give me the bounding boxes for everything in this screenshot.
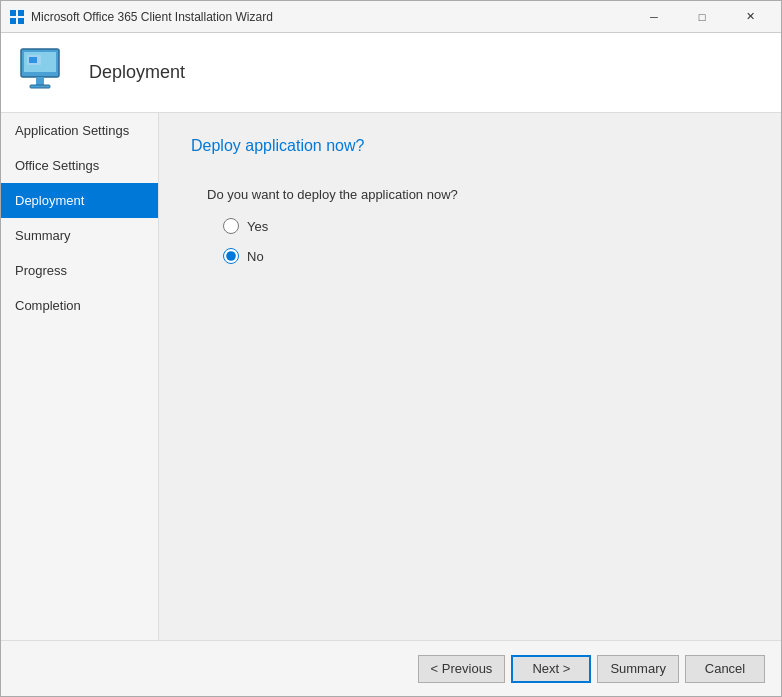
- radio-option-no[interactable]: No: [223, 248, 749, 264]
- previous-button[interactable]: < Previous: [418, 655, 506, 683]
- question-label: Do you want to deploy the application no…: [207, 187, 749, 202]
- radio-no-label: No: [247, 249, 264, 264]
- sidebar-item-office-settings[interactable]: Office Settings: [1, 148, 158, 183]
- window-controls: ─ □ ✕: [631, 2, 773, 32]
- svg-rect-7: [30, 85, 50, 88]
- radio-yes-label: Yes: [247, 219, 268, 234]
- radio-group: Yes No: [223, 218, 749, 264]
- next-button[interactable]: Next >: [511, 655, 591, 683]
- content-title: Deploy application now?: [191, 137, 749, 155]
- minimize-button[interactable]: ─: [631, 2, 677, 32]
- svg-rect-0: [10, 10, 16, 16]
- window-title: Microsoft Office 365 Client Installation…: [31, 10, 631, 24]
- svg-rect-6: [36, 77, 44, 85]
- radio-option-yes[interactable]: Yes: [223, 218, 749, 234]
- radio-yes[interactable]: [223, 218, 239, 234]
- header-area: Deployment: [1, 33, 781, 113]
- close-button[interactable]: ✕: [727, 2, 773, 32]
- maximize-button[interactable]: □: [679, 2, 725, 32]
- sidebar: Application Settings Office Settings Dep…: [1, 113, 159, 640]
- app-icon: [9, 9, 25, 25]
- content-area: Deploy application now? Do you want to d…: [159, 113, 781, 640]
- cancel-button[interactable]: Cancel: [685, 655, 765, 683]
- svg-rect-1: [18, 10, 24, 16]
- main-window: Microsoft Office 365 Client Installation…: [0, 0, 782, 697]
- svg-rect-2: [10, 18, 16, 24]
- footer: < Previous Next > Summary Cancel: [1, 640, 781, 696]
- main-area: Application Settings Office Settings Dep…: [1, 113, 781, 640]
- svg-rect-3: [18, 18, 24, 24]
- sidebar-item-completion[interactable]: Completion: [1, 288, 158, 323]
- page-title: Deployment: [89, 62, 185, 83]
- sidebar-item-summary[interactable]: Summary: [1, 218, 158, 253]
- sidebar-item-application-settings[interactable]: Application Settings: [1, 113, 158, 148]
- sidebar-item-deployment[interactable]: Deployment: [1, 183, 158, 218]
- deployment-icon: [17, 45, 73, 101]
- sidebar-item-progress[interactable]: Progress: [1, 253, 158, 288]
- summary-button[interactable]: Summary: [597, 655, 679, 683]
- title-bar: Microsoft Office 365 Client Installation…: [1, 1, 781, 33]
- svg-rect-9: [29, 57, 37, 63]
- radio-no[interactable]: [223, 248, 239, 264]
